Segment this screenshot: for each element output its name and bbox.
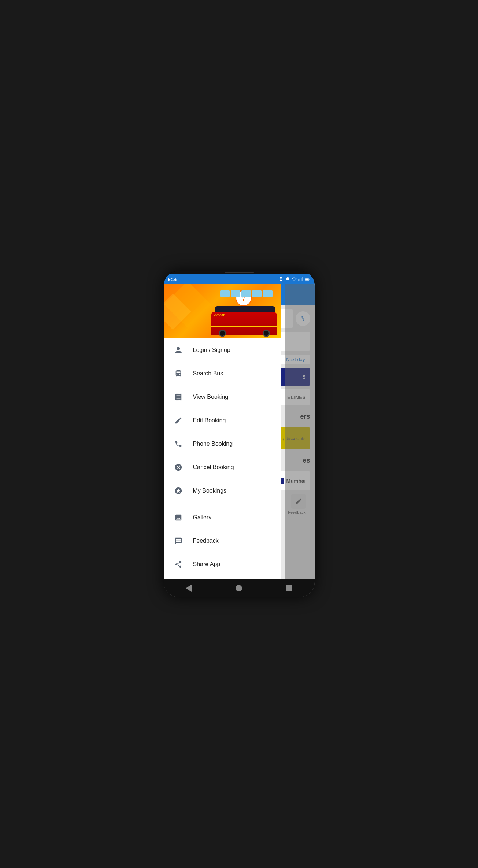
bus-body: Amnat <box>211 312 277 335</box>
menu-label-login-signup: Login / Signup <box>193 347 230 353</box>
menu-divider <box>164 504 281 504</box>
nav-home-button[interactable] <box>233 582 245 594</box>
back-triangle-icon <box>186 585 192 592</box>
menu-item-search-bus[interactable]: Search Bus <box>164 362 281 385</box>
menu-item-cancel-booking[interactable]: Cancel Booking <box>164 456 281 479</box>
sim-icon <box>279 277 284 282</box>
drawer-backdrop[interactable] <box>285 284 315 579</box>
menu-item-my-bookings[interactable]: My Bookings <box>164 479 281 502</box>
bus-window <box>263 290 272 297</box>
person-icon <box>173 344 184 356</box>
bus-brand-text: Amnat <box>214 313 225 317</box>
phone-speaker <box>225 272 254 273</box>
svg-rect-9 <box>305 278 308 280</box>
nav-bar <box>164 579 315 597</box>
logo-letter-t: T <box>242 298 245 302</box>
menu-item-gallery[interactable]: Gallery <box>164 506 281 529</box>
svg-rect-5 <box>299 278 300 281</box>
menu-item-feedback[interactable]: Feedback <box>164 529 281 553</box>
svg-rect-4 <box>298 279 299 281</box>
drawer-overlay: A T <box>164 284 315 579</box>
svg-rect-7 <box>302 277 303 281</box>
svg-rect-2 <box>281 278 282 279</box>
bus-window <box>252 290 262 297</box>
bus-window <box>220 290 230 297</box>
recent-square-icon <box>286 585 292 591</box>
receipt-icon <box>173 391 184 403</box>
bus-stripe <box>211 326 277 327</box>
menu-item-view-booking[interactable]: View Booking <box>164 385 281 409</box>
drawer-header: A T <box>164 284 281 338</box>
menu-item-edit-booking[interactable]: Edit Booking <box>164 409 281 432</box>
status-time: 9:58 <box>168 277 178 282</box>
bus-wheel-left <box>219 330 226 337</box>
home-circle-icon <box>236 585 242 591</box>
menu-label-view-booking: View Booking <box>193 394 229 400</box>
status-icons <box>279 277 310 282</box>
menu-label-my-bookings: My Bookings <box>193 487 227 494</box>
menu-label-search-bus: Search Bus <box>193 370 223 377</box>
bus-icon <box>173 368 184 379</box>
bus-window <box>231 290 240 297</box>
menu-label-phone-booking: Phone Booking <box>193 441 233 447</box>
wifi-icon <box>292 277 297 282</box>
svg-rect-6 <box>301 278 301 281</box>
menu-label-feedback: Feedback <box>193 538 219 544</box>
svg-rect-10 <box>308 278 309 279</box>
menu-label-edit-booking: Edit Booking <box>193 417 226 424</box>
menu-item-phone-booking[interactable]: Phone Booking <box>164 432 281 456</box>
navigation-drawer: A T <box>164 284 281 579</box>
menu-item-login-signup[interactable]: Login / Signup <box>164 338 281 362</box>
bus-wheel-right <box>263 330 270 337</box>
star-icon <box>173 485 184 497</box>
screen: 9:58 <box>164 274 315 597</box>
bus-window <box>241 290 251 297</box>
bus-windows <box>220 289 273 298</box>
phone-icon <box>173 438 184 450</box>
share-icon <box>173 559 184 570</box>
svg-rect-3 <box>280 279 282 280</box>
drawer-menu: Login / Signup Search Bus <box>164 338 281 579</box>
notification-icon <box>285 277 290 282</box>
bus-image: Amnat <box>211 303 277 335</box>
menu-label-cancel-booking: Cancel Booking <box>193 464 234 471</box>
menu-label-gallery: Gallery <box>193 514 212 521</box>
nav-back-button[interactable] <box>183 582 194 594</box>
cancel-icon <box>173 461 184 473</box>
phone-frame: 9:58 <box>164 271 315 597</box>
battery-icon <box>304 277 310 282</box>
menu-item-contact-us[interactable]: Contact Us <box>164 576 281 579</box>
svg-rect-1 <box>280 278 281 279</box>
gallery-icon <box>173 512 184 523</box>
signal-icon <box>298 277 303 282</box>
nav-recent-button[interactable] <box>284 582 295 594</box>
status-bar: 9:58 <box>164 274 315 284</box>
menu-label-share-app: Share App <box>193 561 221 568</box>
menu-item-share-app[interactable]: Share App <box>164 553 281 576</box>
edit-icon <box>173 415 184 426</box>
phone-top-bar <box>164 271 315 274</box>
feedback-icon <box>173 535 184 547</box>
